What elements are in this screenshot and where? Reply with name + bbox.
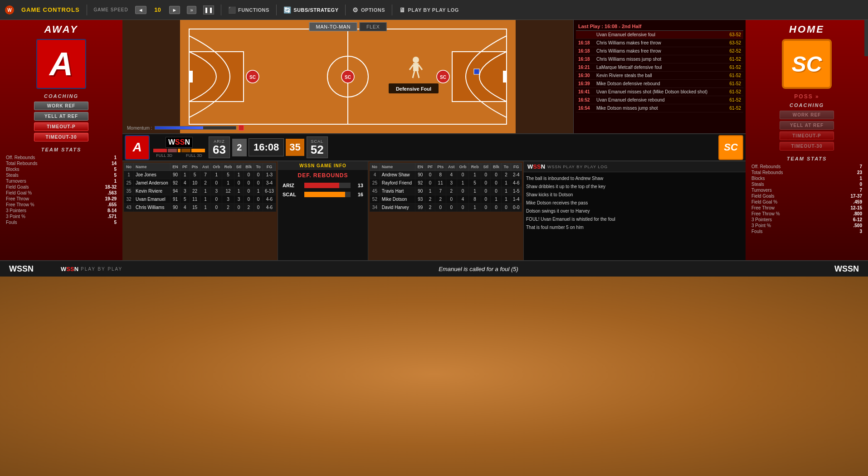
functions-label: FUNCTIONS bbox=[238, 7, 269, 13]
player-blk: 2 bbox=[244, 204, 254, 212]
player-number: 34 bbox=[370, 204, 380, 212]
speed-down-button[interactable]: ◄ bbox=[135, 6, 146, 14]
table-row: 35 Kevin Riviere 94 3 22 1 3 12 1 0 1 6-… bbox=[124, 187, 276, 195]
player-orb: 0 bbox=[211, 204, 222, 212]
col-ast: Ast bbox=[446, 163, 457, 171]
col-fg: FG bbox=[263, 163, 276, 171]
home-sidebar: HOME SC POSS » COACHING WORK REF YELL AT… bbox=[746, 20, 868, 272]
player-fg: 2-4 bbox=[511, 171, 522, 179]
pbp-text-area[interactable]: The ball is inbounded to Andrew ShawShaw… bbox=[524, 172, 746, 272]
play-log-score: 61-52 bbox=[723, 81, 741, 86]
play-log-entry: 16:18Chris Williams misses jump shot61-5… bbox=[576, 55, 743, 63]
play-log-time: 16:18 bbox=[578, 40, 594, 45]
player-en: 90 bbox=[415, 171, 425, 179]
scoreboard-home-logo: SC bbox=[718, 135, 743, 160]
stat-row: Fouls 5 bbox=[4, 219, 119, 225]
scoreboard-away-logo: A bbox=[125, 135, 150, 160]
stat-row: Blocks 5 bbox=[4, 166, 119, 172]
col-pf: PF bbox=[425, 163, 435, 171]
player-to: 0 bbox=[254, 179, 263, 187]
player-pts: 15 bbox=[190, 204, 200, 212]
subs-strategy-button[interactable]: 🔄 SUBS/STRATEGY bbox=[283, 6, 339, 14]
player-name: Uvan Emanuel bbox=[134, 195, 171, 204]
player-number: 25 bbox=[370, 179, 380, 187]
options-button[interactable]: ⚙ OPTIONS bbox=[352, 6, 385, 14]
player-blk: 0 bbox=[244, 195, 254, 204]
home-timeout-p-button[interactable]: TIMEOUT-P bbox=[780, 131, 834, 140]
player-ast: 0 bbox=[446, 195, 457, 204]
bottom-stats-area: No Name EN PF Pts Ast Orb Reb Stl Blk To… bbox=[122, 161, 746, 272]
away-bar-full bbox=[153, 149, 167, 152]
player-orb: 3 bbox=[211, 187, 222, 195]
play-log-time: 16:18 bbox=[578, 57, 594, 62]
col-blk: Blk bbox=[244, 163, 254, 171]
pause-button[interactable]: ❚❚ bbox=[203, 5, 214, 15]
man-to-man-button[interactable]: Man-to-Man bbox=[309, 22, 357, 31]
player-stl: 0 bbox=[234, 179, 244, 187]
col-ast: Ast bbox=[200, 163, 211, 171]
away-stats-table: No Name EN PF Pts Ast Orb Reb Stl Blk To… bbox=[124, 163, 276, 212]
player-pts: 0 bbox=[435, 204, 446, 212]
period-display: 2 bbox=[232, 139, 247, 156]
player-reb: 1 bbox=[469, 204, 481, 212]
flex-button[interactable]: Flex bbox=[360, 22, 387, 31]
scoreboard: A WSSN FULL 3D FULL 3D bbox=[122, 133, 746, 161]
play-log-score: 61-52 bbox=[723, 106, 741, 111]
player-number: 25 bbox=[124, 179, 134, 187]
player-to: 1 bbox=[502, 187, 511, 195]
wssn-logo: WSSN bbox=[166, 137, 193, 148]
away-timeout-p-button[interactable]: TIMEOUT-P bbox=[34, 122, 88, 131]
home-timeout-30-button[interactable]: TIMEOUT-30 bbox=[780, 142, 834, 151]
player-name: Travis Hart bbox=[380, 187, 415, 195]
player-to: 0 bbox=[502, 204, 511, 212]
away-score: 63 bbox=[213, 144, 226, 155]
play-log-panel[interactable]: Last Play : 16:08 - 2nd Half Uvan Emanue… bbox=[573, 20, 746, 133]
away-work-ref-button[interactable]: WORK REF bbox=[34, 102, 88, 110]
away-players-tbody: 1 Joe Jones 90 1 5 7 1 5 1 0 0 1-3 25 Ja… bbox=[124, 171, 276, 212]
away-stats-table-container: No Name EN PF Pts Ast Orb Reb Stl Blk To… bbox=[122, 161, 278, 272]
away-logo-letter: A bbox=[49, 45, 73, 83]
player-orb: 0 bbox=[457, 171, 469, 179]
scrollbar[interactable] bbox=[864, 20, 868, 56]
player-blk: 0 bbox=[491, 204, 502, 212]
player-blk: 0 bbox=[491, 187, 502, 195]
fast-forward-button[interactable]: » bbox=[187, 6, 196, 14]
game-speed-label: GAME SPEED bbox=[94, 7, 128, 12]
player-pf: 2 bbox=[425, 195, 435, 204]
play-by-play-log-button[interactable]: 🖥 PLAY BY PLAY LOG bbox=[399, 6, 459, 14]
player-en: 92 bbox=[171, 179, 180, 187]
player-en: 99 bbox=[415, 204, 425, 212]
play-log-entry: 16:41Uvan Emanuel misses shot (Mike Dots… bbox=[576, 88, 743, 96]
away-timeout-30-button[interactable]: TIMEOUT-30 bbox=[34, 133, 88, 141]
player-en: 90 bbox=[171, 171, 180, 179]
play-log-time: 16:18 bbox=[578, 49, 594, 53]
play-log-text: Kevin Riviere steals the ball bbox=[596, 73, 721, 78]
stat-row: Free Throw 19-29 bbox=[4, 196, 119, 202]
stat-row: Field Goal % .563 bbox=[4, 190, 119, 196]
speed-up-button[interactable]: ► bbox=[169, 6, 180, 14]
play-log-text: Chris Williams makes free throw bbox=[596, 40, 721, 45]
bottom-right-wssn: WSSN bbox=[834, 264, 859, 274]
play-log-entries: Uvan Emanuel defensive foul63-5216:18Chr… bbox=[576, 31, 743, 112]
home-yell-ref-button[interactable]: YELL AT REF bbox=[780, 121, 834, 130]
col-en: EN bbox=[171, 163, 180, 171]
col-name: Name bbox=[134, 163, 171, 171]
player-ast: 1 bbox=[200, 187, 211, 195]
away-rebounds-bar-fill bbox=[304, 183, 339, 188]
pbp-line: That is foul number 5 on him bbox=[526, 223, 743, 232]
home-work-ref-button[interactable]: WORK REF bbox=[780, 111, 834, 119]
away-yell-ref-button[interactable]: YELL AT REF bbox=[34, 112, 88, 121]
stat-row: Field Goal % .459 bbox=[749, 199, 864, 205]
away-stats-list: Off. Rebounds 1 Total Rebounds 14 Blocks… bbox=[4, 155, 119, 225]
player-fg: 1-5 bbox=[511, 187, 522, 195]
player-orb: 1 bbox=[457, 179, 469, 187]
player-name: Chris Williams bbox=[134, 204, 171, 212]
player-to: 1 bbox=[502, 195, 511, 204]
functions-button[interactable]: ⬛ FUNCTIONS bbox=[228, 6, 269, 14]
player-pts: 2 bbox=[435, 195, 446, 204]
player-pts: 5 bbox=[190, 171, 200, 179]
play-log-text: Chris Williams makes free throw bbox=[596, 49, 721, 53]
player-ast: 3 bbox=[446, 179, 457, 187]
home-logo-text: SC bbox=[724, 141, 738, 153]
play-log-time: 16:41 bbox=[578, 89, 594, 94]
